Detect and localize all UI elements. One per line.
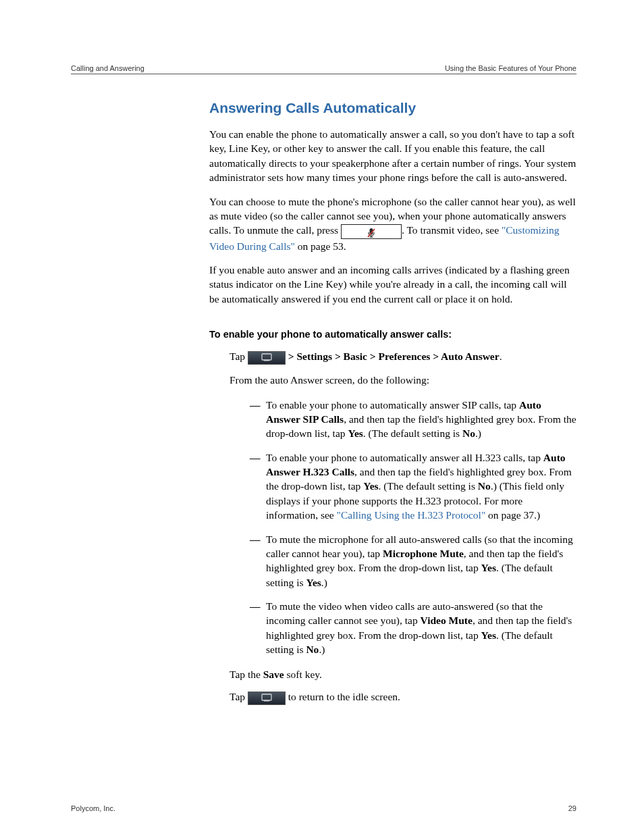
b4-bold: Video Mute	[421, 615, 473, 626]
paragraph-intro: You can enable the phone to automaticall…	[209, 127, 576, 185]
step-2: From the auto Answer screen, do the foll…	[230, 373, 576, 387]
header-left: Calling and Answering	[71, 64, 144, 72]
p2-text-b: . To transmit video, see	[402, 224, 502, 236]
footer-page-number: 29	[568, 804, 576, 812]
b1-d: .)	[475, 427, 481, 439]
main-content: Answering Calls Automatically You can en…	[209, 100, 576, 705]
b2-no: No	[478, 480, 491, 492]
page-header: Calling and Answering Using the Basic Fe…	[71, 64, 576, 74]
paragraph-mute: You can choose to mute the phone's micro…	[209, 194, 576, 254]
mute-button-icon	[341, 224, 402, 239]
svg-rect-4	[264, 360, 269, 361]
b3-d: .)	[321, 577, 327, 588]
b3-yes2: Yes	[306, 577, 321, 588]
list-item: To enable your phone to automatically an…	[250, 398, 576, 441]
b4-d: .)	[319, 644, 325, 655]
step3-a: Tap the	[230, 669, 263, 680]
step-4: Tap to return to the idle screen.	[230, 689, 576, 704]
step1-path: > Settings > Basic > Preferences > Auto …	[286, 350, 500, 362]
svg-rect-6	[264, 700, 269, 702]
step1-text-a: Tap	[230, 350, 248, 362]
svg-rect-5	[262, 694, 271, 700]
p2-text-c: on page 53.	[295, 240, 346, 252]
footer-left: Polycom, Inc.	[71, 804, 115, 812]
paragraph-behavior: If you enable auto answer and an incomin…	[209, 263, 576, 306]
list-item: To mute the microphone for all auto-answ…	[250, 532, 576, 590]
step1-text-c: .	[500, 350, 502, 362]
header-right: Using the Basic Features of Your Phone	[445, 64, 576, 72]
task-heading: To enable your phone to automatically an…	[209, 329, 576, 340]
section-title: Answering Calls Automatically	[209, 100, 576, 116]
b2-c: . (The default setting is	[379, 480, 478, 492]
step3-b: soft key.	[284, 669, 322, 680]
b2-a: To enable your phone to automatically an…	[266, 452, 543, 463]
b1-a: To enable your phone to automatically an…	[266, 399, 519, 411]
page-footer: Polycom, Inc. 29	[71, 804, 576, 812]
home-button-icon	[248, 351, 286, 365]
link-h323-protocol[interactable]: "Calling Using the H.323 Protocol"	[337, 509, 486, 521]
step3-bold: Save	[263, 669, 284, 680]
b3-yes: Yes	[481, 562, 496, 573]
step-1: Tap > Settings > Basic > Preferences > A…	[230, 349, 576, 364]
step4-a: Tap	[230, 691, 248, 702]
step4-b: to return to the idle screen.	[286, 691, 400, 702]
list-item: To enable your phone to automatically an…	[250, 450, 576, 523]
b2-yes: Yes	[363, 480, 378, 492]
list-item: To mute the video when video calls are a…	[250, 599, 576, 657]
b1-no: No	[462, 427, 475, 439]
sub-steps-list: To enable your phone to automatically an…	[250, 398, 576, 657]
b3-bold: Microphone Mute	[383, 548, 464, 559]
b1-c: . (The default setting is	[363, 427, 462, 439]
b1-yes: Yes	[348, 427, 363, 439]
b4-no: No	[306, 644, 319, 655]
b2-e: on page 37.)	[485, 509, 540, 521]
step-3: Tap the Save soft key.	[230, 667, 576, 681]
svg-rect-3	[262, 354, 271, 360]
b4-yes: Yes	[481, 629, 496, 641]
home-button-icon	[248, 692, 286, 705]
